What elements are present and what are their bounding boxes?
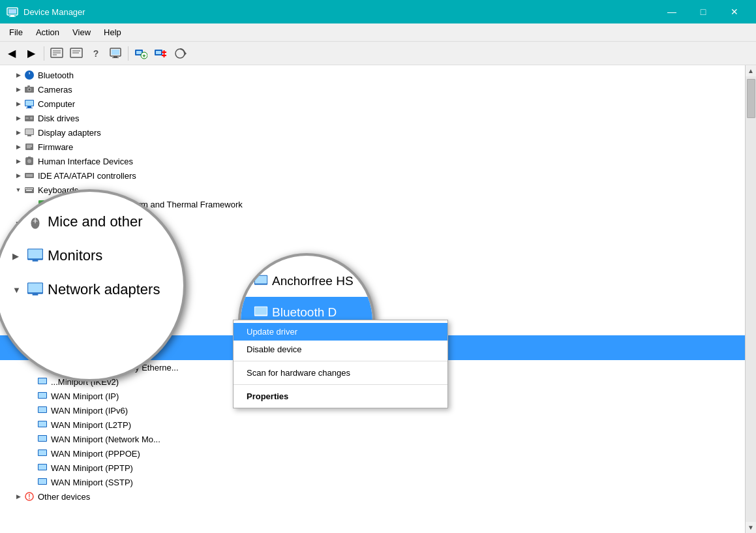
chevron-wan-nm [26,434,37,444]
svg-rect-99 [33,260,38,262]
scroll-thumb[interactable] [747,79,755,118]
wan-nm-icon [37,433,48,445]
tree-item-disk[interactable]: ▶ Disk drives [0,111,745,125]
context-menu: Update driver Disable device Scan for ha… [233,320,448,408]
chevron-ide: ▶ [13,170,23,181]
magnifier-left: ▼ Mice and other ▶ Monitors ▼ [0,189,186,382]
svg-point-30 [29,89,31,91]
keyboards-icon [23,184,35,196]
computer-icon [23,98,35,110]
tree-item-wan-sstp[interactable]: WAN Miniport (SSTP) [0,475,745,489]
svg-rect-1 [8,9,16,14]
toolbar-help[interactable]: ? [87,44,105,63]
toolbar-update-driver[interactable] [67,44,85,63]
svg-rect-3 [9,16,16,17]
tree-label-firmware: Firmware [38,142,73,152]
toolbar-scan[interactable] [171,44,189,63]
wan-ipv6-icon [37,404,48,416]
tree-label-cameras: Cameras [38,85,72,95]
chevron-disk: ▶ [13,113,23,123]
scroll-track[interactable] [746,76,756,522]
svg-rect-44 [27,146,32,147]
mag-mice-icon [27,213,44,230]
tree-item-wan-pppoe[interactable]: WAN Miniport (PPPOE) [0,446,745,461]
mag-monitors-icon [27,247,44,264]
toolbar-remove-hardware[interactable] [151,44,170,63]
ctx-scan[interactable]: Scan for hardware changes [234,364,447,382]
cameras-icon [23,84,35,95]
minimize-button[interactable]: — [657,0,687,23]
maximize-button[interactable]: □ [688,0,718,23]
title-bar-controls: — □ ✕ [657,0,749,23]
svg-rect-101 [28,283,42,292]
tree-item-computer[interactable]: ▶ Computer [0,97,745,111]
mag-monitors-label: Monitors [48,247,102,264]
firmware-icon [23,141,35,153]
chevron-cameras: ▶ [13,84,23,95]
tree-label-ide: IDE ATA/ATAPI controllers [38,171,136,181]
toolbar-properties[interactable] [48,44,66,63]
tree-item-other[interactable]: ▶ ! Other devices [0,489,745,504]
mag-mice-label: Mice and other [48,213,143,230]
tree-label-bluetooth: Bluetooth [38,70,74,80]
tree-item-display[interactable]: ▶ Display adapters [0,125,745,140]
scroll-up[interactable]: ▲ [746,65,757,76]
scrollbar[interactable]: ▲ ▼ [745,65,756,533]
chevron-other: ▶ [13,491,23,502]
svg-rect-92 [38,479,46,484]
tree-item-wan-pptp[interactable]: WAN Miniport (PPTP) [0,461,745,475]
tree-label-wan-pptp: WAN Miniport (PPTP) [51,463,133,473]
menu-action[interactable]: Action [29,25,66,40]
toolbar-back[interactable]: ◀ [3,44,21,63]
svg-rect-45 [27,147,31,148]
menu-help[interactable]: Help [97,25,128,40]
tree-item-hid[interactable]: ▶ Human Interface Devices [0,154,745,168]
intel-r-icon [37,376,48,388]
title-bar-left: Device Manager [7,6,85,18]
chevron-hid: ▶ [13,156,23,166]
ctx-properties[interactable]: Properties [234,388,447,405]
svg-rect-43 [27,145,32,145]
toolbar-forward[interactable]: ▶ [22,44,40,63]
svg-rect-56 [26,190,32,191]
ctx-sep2 [234,384,447,385]
tree-item-bluetooth[interactable]: ▶ ’ Bluetooth [0,68,745,82]
tree-item-wan-nm[interactable]: WAN Miniport (Network Mo... [0,432,745,446]
mag-left-network: ▼ Network adapters [0,273,183,307]
tree-label-display: Display adapters [38,128,101,138]
close-button[interactable]: ✕ [719,0,749,23]
toolbar-device-props[interactable] [106,44,125,63]
mag-anchorfree-label: Anchorfree HS [272,274,354,288]
display-icon [23,127,35,138]
menu-view[interactable]: View [66,25,97,40]
ctx-disable-device[interactable]: Disable device [234,341,447,358]
tree-label-wan-sstp: WAN Miniport (SSTP) [51,478,133,487]
ctx-update-driver[interactable]: Update driver [234,323,447,341]
svg-rect-55 [31,189,33,190]
tree-item-wan-l2tp[interactable]: WAN Miniport (L2TP) [0,418,745,432]
tree-item-firmware[interactable]: ▶ Firmware [0,140,745,154]
other-icon: ! [23,491,35,502]
mag-bt-icon [254,305,268,320]
mag-chevron-monitors: ▶ [12,251,27,261]
wan-pptp-icon [37,462,48,474]
ctx-disable-label: Disable device [247,344,302,354]
mag-anchorfree-icon [254,274,268,288]
tree-item-cameras[interactable]: ▶ Cameras [0,82,745,97]
ide-icon [23,170,35,181]
scroll-down[interactable]: ▼ [746,522,757,533]
svg-rect-50 [26,174,33,177]
svg-rect-80 [38,393,46,398]
chevron-wan-pppoe [26,448,37,459]
menu-file[interactable]: File [3,25,29,40]
svg-marker-25 [185,52,187,55]
svg-rect-78 [38,378,46,384]
bluetooth-icon: ’ [23,69,35,81]
svg-rect-12 [112,50,119,55]
toolbar-add-hardware[interactable]: + [132,44,150,63]
tree-item-ide[interactable]: ▶ IDE ATA/ATAPI controllers [0,168,745,183]
chevron-intel-r [26,376,37,387]
wan-ip-icon [37,390,48,402]
app-icon [7,6,18,18]
ctx-scan-label: Scan for hardware changes [247,368,350,378]
